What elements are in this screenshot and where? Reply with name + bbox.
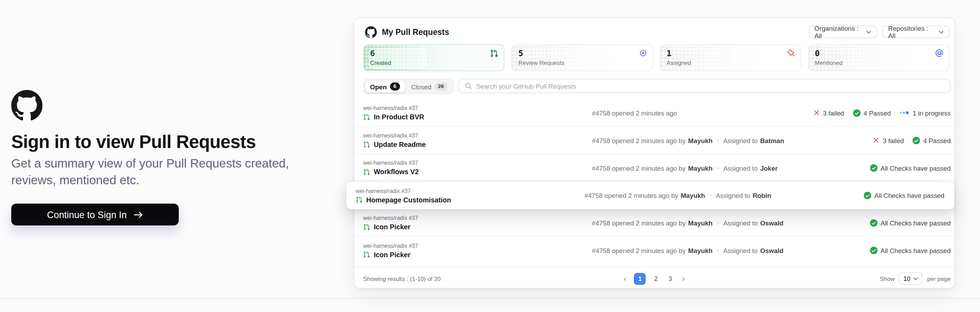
search-input[interactable] [476, 82, 944, 89]
checks-passed-badge: 4 Passed [913, 136, 951, 144]
x-icon [873, 137, 880, 144]
pr-row[interactable]: wei-harness/radix #37 Update Readme #475… [355, 127, 955, 154]
pr-assignee: Joker [760, 164, 778, 171]
arrow-right-icon [134, 211, 143, 218]
status-tabs: Open 6 Closed 26 [363, 79, 454, 94]
pr-author: Mayukh [688, 247, 713, 254]
check-circle-icon [870, 247, 877, 254]
git-pull-request-icon [363, 113, 370, 120]
check-circle-icon [864, 192, 871, 199]
card-footer: Showing results : (1-10) of 20 ‹ 1 2 3 ›… [355, 267, 955, 290]
page-bottom-edge [0, 298, 980, 299]
stat-card-created[interactable]: 6 Created [363, 44, 505, 71]
page-size-select[interactable]: 10 [899, 272, 923, 285]
pr-author: Mayukh [688, 164, 713, 171]
pr-meta: #4758 opened 2 minutes ago by Mayukh • A… [592, 164, 778, 171]
meta-separator-dot: • [710, 192, 711, 199]
search-box [458, 79, 951, 93]
pr-title: Icon Picker [374, 251, 410, 258]
check-circle-icon [853, 109, 860, 116]
per-page-label: per page [927, 275, 951, 282]
checks-passed-badge: All Checks have passed [870, 164, 951, 171]
stat-card-assigned[interactable]: 1 Assigned [660, 44, 801, 71]
checks-passed-badge: All Checks have passed [870, 247, 951, 254]
x-icon [813, 109, 820, 116]
results-summary: Showing results : (1-10) of 20 [363, 275, 441, 282]
show-label: Show [880, 275, 895, 282]
git-pull-request-icon [363, 251, 370, 258]
meta-separator-dot: • [717, 137, 719, 143]
page-button-2[interactable]: 2 [652, 275, 660, 282]
pagination: ‹ 1 2 3 › [622, 272, 687, 284]
repo-name: wei-harness/radix #37 [363, 242, 592, 249]
pr-assignee: Batman [760, 136, 784, 144]
stats-row: 6 Created 5 Review Requests 1 Assigned [355, 44, 955, 71]
pr-meta: #4758 opened 2 minutes ago by Mayukh • A… [592, 247, 784, 254]
search-icon [465, 82, 472, 89]
pr-title: Update Readme [374, 141, 426, 148]
continue-signin-label: Continue to Sign In [47, 209, 127, 220]
meta-separator-dot: • [717, 165, 719, 171]
git-pull-request-icon [363, 168, 370, 175]
pr-meta: #4758 opened 2 minutes ago by Mayukh • A… [584, 192, 771, 199]
pr-list: wei-harness/radix #37 In Product BVR #47… [355, 100, 955, 264]
stat-card-mentioned[interactable]: 0 Mentioned [808, 44, 949, 71]
pr-row[interactable]: wei-harness/radix #37 Homepage Customisa… [346, 182, 954, 209]
pr-meta: #4758 opened 2 minutes ago by Mayukh • A… [592, 219, 784, 226]
page-button-3[interactable]: 3 [666, 275, 675, 282]
stat-label: Assigned [667, 59, 795, 66]
check-circle-icon [870, 219, 877, 226]
repositories-filter[interactable]: Repositories : All [883, 25, 949, 38]
pr-row[interactable]: wei-harness/radix #37 Workflows V2 #4758… [355, 154, 955, 182]
git-pull-request-icon [363, 223, 370, 230]
stat-card-review-requests[interactable]: 5 Review Requests [511, 44, 653, 71]
signin-panel: Sign in to view Pull Requests Get a summ… [11, 90, 305, 225]
check-circle-icon [913, 136, 920, 144]
github-logo-icon [365, 26, 377, 38]
pr-row[interactable]: wei-harness/radix #37 In Product BVR #47… [355, 100, 955, 127]
checks-passed-badge: All Checks have passed [870, 219, 951, 226]
pr-assignee: Oswald [760, 219, 783, 226]
page-button-1[interactable]: 1 [634, 272, 646, 284]
signin-heading: Sign in to view Pull Requests [11, 131, 305, 152]
repo-name: wei-harness/radix #37 [356, 188, 584, 194]
stat-label: Created [370, 59, 498, 66]
list-controls: Open 6 Closed 26 [355, 79, 955, 94]
pr-row[interactable]: wei-harness/radix #37 Icon Picker #4758 … [355, 237, 955, 264]
organizations-filter-value: Organizations : All [815, 24, 861, 40]
closed-count-badge: 26 [434, 83, 447, 90]
tab-open[interactable]: Open 6 [365, 81, 405, 92]
checks-passed-badge: 4 Passed [853, 109, 891, 116]
pr-assignee: Oswald [760, 247, 783, 254]
checks-failed-badge: 3 failed [873, 136, 904, 144]
open-count-badge: 6 [390, 83, 399, 90]
git-pull-request-icon [363, 141, 370, 148]
repo-name: wei-harness/radix #37 [363, 160, 592, 166]
stat-label: Mentioned [815, 59, 943, 66]
checks-failed-badge: 3 failed [813, 109, 844, 116]
organizations-filter[interactable]: Organizations : All [809, 25, 877, 38]
card-header: My Pull Requests Organizations : All Rep… [355, 18, 955, 38]
pr-author: Mayukh [688, 136, 713, 144]
pr-author: Mayukh [688, 219, 713, 226]
meta-separator-dot: • [717, 247, 719, 254]
pr-title: Icon Picker [374, 223, 410, 230]
tab-closed-label: Closed [411, 83, 431, 90]
prev-page-button[interactable]: ‹ [622, 275, 628, 283]
my-pull-requests-card: My Pull Requests Organizations : All Rep… [354, 17, 955, 288]
check-circle-icon [870, 164, 877, 171]
checks-passed-badge: All Checks have passed [864, 192, 944, 199]
pr-row[interactable]: wei-harness/radix #37 Icon Picker #4758 … [355, 209, 955, 237]
pr-title: Homepage Customisation [366, 196, 451, 203]
next-page-button[interactable]: › [680, 275, 687, 283]
github-logo-icon [11, 90, 42, 121]
filters: Organizations : All Repositories : All [809, 25, 950, 38]
meta-separator-dot: • [717, 220, 719, 226]
pr-title: Workflows V2 [374, 168, 419, 175]
signin-subtitle: Get a summary view of your Pull Requests… [11, 155, 291, 189]
repo-name: wei-harness/radix #37 [363, 132, 592, 139]
stat-value: 5 [518, 49, 646, 58]
tab-closed[interactable]: Closed 26 [406, 81, 452, 92]
continue-signin-button[interactable]: Continue to Sign In [11, 203, 179, 225]
chevron-down-icon [934, 30, 944, 33]
